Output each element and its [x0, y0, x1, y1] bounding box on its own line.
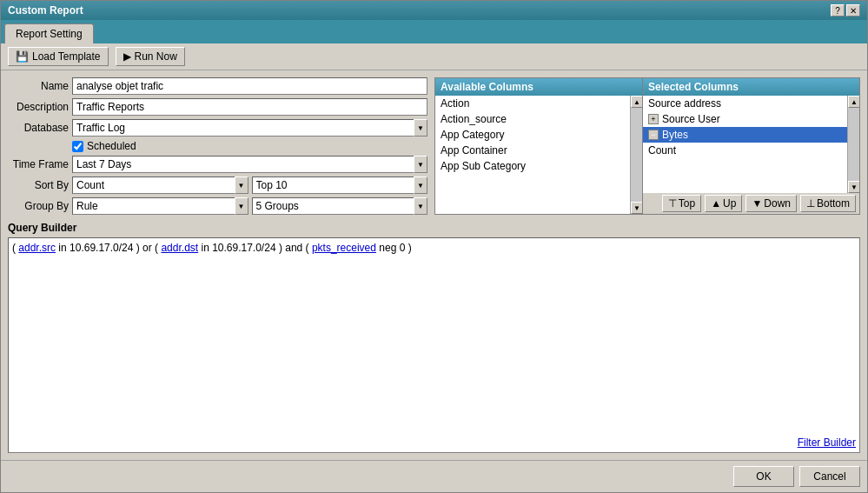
- list-item[interactable]: Count: [643, 143, 847, 158]
- description-row: Description: [8, 98, 427, 116]
- title-bar: Custom Report ? ✕: [1, 1, 867, 20]
- remove-icon[interactable]: −: [648, 130, 659, 140]
- columns-section: Available Columns Action Action_source A…: [434, 77, 860, 215]
- pkts-received-link[interactable]: pkts_received: [312, 242, 376, 254]
- timeframe-row: Time Frame Last 7 Days ▼: [8, 156, 427, 173]
- down-label: Down: [764, 197, 791, 210]
- tab-label: Report Setting: [16, 28, 83, 40]
- report-setting-tab[interactable]: Report Setting: [4, 23, 94, 43]
- run-icon: ▶: [123, 50, 131, 63]
- filter-builder-link[interactable]: Filter Builder: [798, 436, 856, 449]
- item-label: Count: [648, 144, 676, 157]
- selected-columns-panel: Selected Columns Source address + Source…: [643, 77, 860, 215]
- scheduled-checkbox[interactable]: [72, 141, 83, 152]
- selected-columns-title: Selected Columns: [648, 81, 739, 93]
- database-label: Database: [8, 122, 69, 134]
- list-item[interactable]: App Category: [435, 127, 630, 143]
- addr-dst-link[interactable]: addr.dst: [161, 242, 198, 254]
- bottom-icon: ⊥: [806, 197, 815, 210]
- groupby-label: Group By: [8, 200, 69, 212]
- ok-button[interactable]: OK: [733, 466, 794, 487]
- scroll-track: [848, 108, 859, 181]
- run-now-label: Run Now: [135, 50, 177, 63]
- down-icon: ▼: [752, 197, 762, 210]
- run-now-button[interactable]: ▶ Run Now: [116, 47, 185, 66]
- available-columns-panel: Available Columns Action Action_source A…: [434, 77, 643, 215]
- groupby2-select[interactable]: 5 Groups: [252, 197, 428, 215]
- window-title: Custom Report: [8, 4, 83, 17]
- scroll-track: [631, 108, 642, 202]
- down-button[interactable]: ▼ Down: [745, 195, 797, 212]
- sortby2-select-wrapper: Top 10 ▼: [252, 177, 428, 194]
- column-nav-bar: ⊤ Top ▲ Up ▼ Down ⊥ Bott: [643, 193, 859, 214]
- item-label: Source address: [648, 97, 721, 110]
- ok-label: OK: [756, 470, 771, 483]
- list-item[interactable]: Action_source: [435, 111, 630, 127]
- groupby-row: Group By Rule ▼ 5 Groups ▼: [8, 197, 427, 215]
- sortby2-select[interactable]: Top 10: [252, 177, 428, 194]
- name-row: Name: [8, 77, 427, 95]
- sortby-select[interactable]: Count: [72, 177, 248, 194]
- list-item[interactable]: Action: [435, 96, 630, 111]
- groupby2-select-wrapper: 5 Groups ▼: [252, 197, 428, 215]
- scroll-down-icon[interactable]: ▼: [631, 202, 642, 214]
- add-icon[interactable]: +: [648, 114, 659, 124]
- item-label: Source User: [662, 113, 720, 125]
- top-icon: ⊤: [668, 197, 677, 210]
- database-row: Database Traffic Log ▼: [8, 119, 427, 137]
- load-template-button[interactable]: 💾 Load Template: [8, 47, 109, 66]
- help-button[interactable]: ?: [831, 4, 845, 17]
- list-item[interactable]: App Sub Category: [435, 158, 630, 174]
- query-builder-box[interactable]: ( addr.src in 10.69.17.0/24 ) or ( addr.…: [8, 237, 860, 453]
- selected-columns-header: Selected Columns: [643, 78, 859, 96]
- description-label: Description: [8, 101, 69, 113]
- scroll-up-icon[interactable]: ▲: [631, 96, 642, 108]
- bottom-button[interactable]: ⊥ Bottom: [800, 195, 856, 212]
- sortby-row: Sort By Count ▼ Top 10 ▼: [8, 177, 427, 194]
- toolbar: 💾 Load Template ▶ Run Now: [1, 43, 867, 70]
- item-label: Bytes: [662, 129, 688, 141]
- list-item[interactable]: + Source User: [643, 111, 847, 127]
- bottom-label: Bottom: [817, 197, 850, 210]
- available-columns-body: Action Action_source App Category App Co…: [435, 96, 642, 214]
- database-select-wrapper: Traffic Log ▼: [72, 119, 427, 137]
- footer: OK Cancel: [1, 460, 867, 492]
- name-input[interactable]: [72, 77, 427, 95]
- selected-columns-list: Source address + Source User − Bytes: [643, 96, 847, 193]
- content-area: Name Description Database Traffic Log ▼: [1, 70, 867, 460]
- query-builder-section: Query Builder ( addr.src in 10.69.17.0/2…: [8, 222, 860, 453]
- tab-bar: Report Setting: [1, 20, 867, 43]
- title-bar-buttons: ? ✕: [831, 4, 860, 17]
- query-text: ( addr.src in 10.69.17.0/24 ) or ( addr.…: [12, 242, 412, 254]
- top-section: Name Description Database Traffic Log ▼: [8, 77, 860, 215]
- up-icon: ▲: [711, 197, 721, 210]
- cancel-button[interactable]: Cancel: [799, 466, 860, 487]
- query-builder-label: Query Builder: [8, 222, 860, 234]
- top-label: Top: [679, 197, 695, 210]
- list-item[interactable]: Source address: [643, 96, 847, 111]
- list-item[interactable]: − Bytes: [643, 127, 847, 143]
- scroll-up-icon[interactable]: ▲: [848, 96, 859, 108]
- timeframe-select[interactable]: Last 7 Days: [72, 156, 427, 173]
- close-button[interactable]: ✕: [846, 4, 860, 17]
- selected-columns-body: Source address + Source User − Bytes: [643, 96, 859, 193]
- scheduled-label: Scheduled: [87, 140, 136, 152]
- available-columns-list: Action Action_source App Category App Co…: [435, 96, 630, 214]
- database-select[interactable]: Traffic Log: [72, 119, 427, 137]
- groupby-select[interactable]: Rule: [72, 197, 248, 215]
- addr-src-link[interactable]: addr.src: [18, 242, 56, 254]
- sortby-label: Sort By: [8, 179, 69, 191]
- name-label: Name: [8, 80, 69, 92]
- top-button[interactable]: ⊤ Top: [662, 195, 701, 212]
- up-button[interactable]: ▲ Up: [705, 195, 742, 212]
- description-input[interactable]: [72, 98, 427, 116]
- custom-report-window: Custom Report ? ✕ Report Setting 💾 Load …: [0, 0, 868, 493]
- list-item[interactable]: App Container: [435, 143, 630, 158]
- scroll-down-icon[interactable]: ▼: [848, 181, 859, 193]
- form-panel: Name Description Database Traffic Log ▼: [8, 77, 427, 215]
- available-scrollbar: ▲ ▼: [630, 96, 642, 214]
- cancel-label: Cancel: [813, 470, 845, 483]
- disk-icon: 💾: [16, 50, 29, 63]
- load-template-label: Load Template: [32, 50, 101, 63]
- available-columns-header: Available Columns: [435, 78, 642, 96]
